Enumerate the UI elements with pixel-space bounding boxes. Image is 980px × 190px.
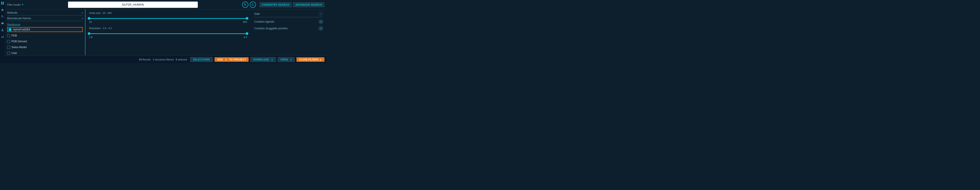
chain-size-min-value: 10 (89, 21, 92, 23)
svg-rect-1 (3, 2, 4, 3)
selections-button[interactable]: SELECTIONS (190, 57, 213, 62)
checkbox-pdb-derived-box[interactable] (7, 40, 10, 43)
search-actions (242, 2, 256, 8)
resolution-min-value: 1.8 (89, 36, 92, 38)
svg-line-12 (245, 5, 247, 6)
selected-text: selected (178, 58, 187, 61)
download-count: 1 (271, 58, 273, 61)
left-panel: Methods ▾ Biomolecule Names ▾ Data sourc… (5, 10, 86, 55)
chain-size-values: 10 463 (89, 21, 247, 23)
checkbox-swiss-model-box[interactable] (7, 46, 10, 49)
svg-point-7 (2, 29, 3, 30)
top-right-buttons: CHEMISTRY SEARCH ADVANCED SEARCH (259, 2, 325, 7)
resolution-label: Resolution : 1.8 - 4.2 (89, 27, 247, 30)
svg-rect-3 (3, 3, 4, 5)
biomolecule-names-label: Biomolecule Names (7, 17, 82, 20)
biomolecule-chevron-icon: ▾ (82, 17, 83, 20)
sidebar-icon-person[interactable] (1, 28, 4, 32)
close-filters-chevron-icon: ▲ (319, 58, 322, 61)
contains-druggable-label: Contains druggable pockets: (254, 27, 317, 30)
svg-marker-13 (253, 3, 253, 4)
resolution-values: 1.8 4.2 (89, 36, 247, 38)
middle-panel: Chain size : 10 - 463 10 463 (86, 10, 251, 55)
svg-rect-0 (1, 2, 2, 3)
checkbox-user-label: User (11, 51, 17, 54)
search-submit-button[interactable] (242, 2, 248, 8)
advanced-search-button[interactable]: ADVANCED SEARCH (293, 2, 325, 7)
open-label: OPEN (281, 58, 288, 61)
add-count: 1 (225, 58, 227, 61)
resolution-fill (89, 34, 247, 34)
resolution-slider-track-wrapper[interactable] (89, 32, 247, 35)
svg-rect-8 (2, 37, 2, 38)
chain-size-max-value: 463 (243, 21, 247, 23)
chain-size-label: Chain size : 10 - 463 (89, 12, 247, 14)
selected-count: 0 (176, 58, 177, 61)
results-count: 54 (139, 58, 142, 61)
search-input[interactable] (68, 2, 198, 8)
checkbox-swiss-model[interactable]: Swiss-Model (7, 45, 83, 49)
arrow-indicator: ↓ (12, 21, 14, 26)
svg-point-5 (2, 16, 3, 17)
sidebar-icon-folder[interactable] (1, 21, 4, 25)
resolution-thumb-left[interactable] (88, 32, 91, 35)
svg-marker-4 (2, 9, 3, 11)
add-to-project-button[interactable]: ADD 1 TO PROJECT (215, 57, 248, 62)
contains-ligands-label: Contains ligands: (254, 20, 317, 23)
checkbox-pdb-derived[interactable]: PDB Derived (7, 39, 83, 44)
add-to-label: TO PROJECT (229, 58, 246, 61)
download-button[interactable]: DOWNLOAD 1 (250, 57, 276, 62)
checkbox-user[interactable]: User (7, 51, 83, 55)
svg-rect-10 (3, 35, 3, 38)
methods-dropdown[interactable]: Methods ▾ (7, 11, 83, 16)
close-filters-label: CLOSE FILTERS (299, 58, 318, 61)
search-bar-wrapper (25, 2, 240, 8)
checkbox-alphafolddb4[interactable]: AlphaFoldDB4 (7, 27, 83, 32)
sidebar-icon-grid[interactable] (1, 2, 4, 5)
checkbox-pdb-derived-label: PDB Derived (11, 40, 27, 43)
chain-size-track (89, 18, 247, 19)
open-count: 1 (290, 58, 292, 61)
checkbox-pdb-box[interactable] (7, 34, 10, 37)
checkbox-alphafolddb4-label: AlphaFoldDB4 (13, 28, 30, 31)
svg-point-11 (244, 3, 246, 5)
contains-druggable-toggle[interactable]: − (318, 26, 323, 31)
right-panel: Date ↺ Contains ligands: − Contains drug… (251, 10, 327, 55)
contains-ligands-row: Contains ligands: − (254, 19, 323, 24)
resolution-thumb-right[interactable] (246, 32, 248, 35)
chain-size-thumb-left[interactable] (88, 17, 91, 20)
results-text: Results (143, 58, 151, 61)
date-refresh-button[interactable]: ↺ (318, 12, 323, 16)
top-bar: Filter results ▼ (5, 0, 327, 10)
svg-line-6 (3, 17, 4, 18)
data-sources-label[interactable]: Data sources (7, 23, 83, 26)
checkbox-alphafolddb4-box[interactable] (8, 28, 11, 31)
biomolecule-names-dropdown[interactable]: Biomolecule Names ▾ (7, 17, 83, 21)
filter-icon: ▼ (21, 3, 24, 6)
filters-area: ↓ Methods ▾ Biomolecule Names ▾ Data sou… (5, 10, 327, 55)
results-info: 54 Results 1 structures filtered 0 selec… (139, 58, 187, 61)
main-content: Filter results ▼ (5, 0, 327, 63)
chemistry-search-button[interactable]: CHEMISTRY SEARCH (259, 2, 292, 7)
chain-size-slider-track-wrapper[interactable] (89, 16, 247, 20)
date-row: Date ↺ (254, 12, 323, 17)
close-filters-button[interactable]: CLOSE FILTERS ▲ (296, 57, 325, 62)
contains-ligands-toggle[interactable]: − (318, 19, 323, 24)
sidebar-icon-home[interactable] (1, 8, 4, 12)
open-button[interactable]: OPEN 1 (278, 57, 295, 62)
checkbox-user-box[interactable] (7, 52, 10, 54)
checkbox-swiss-model-label: Swiss-Model (11, 46, 27, 49)
contains-druggable-row: Contains druggable pockets: − (254, 26, 323, 31)
sidebar-icon-search[interactable] (1, 15, 4, 18)
refresh-search-button[interactable] (250, 2, 256, 8)
chain-size-fill (89, 18, 247, 19)
svg-rect-9 (2, 36, 3, 38)
date-label: Date (254, 12, 260, 16)
download-label: DOWNLOAD (253, 58, 269, 61)
sidebar-icon-chart[interactable] (1, 35, 4, 38)
add-label: ADD (217, 58, 223, 61)
chain-size-thumb-right[interactable] (246, 17, 248, 20)
checkbox-pdb[interactable]: PDB (7, 34, 83, 38)
bottom-bar: 54 Results 1 structures filtered 0 selec… (5, 55, 327, 63)
methods-chevron-icon: ▾ (82, 12, 83, 14)
